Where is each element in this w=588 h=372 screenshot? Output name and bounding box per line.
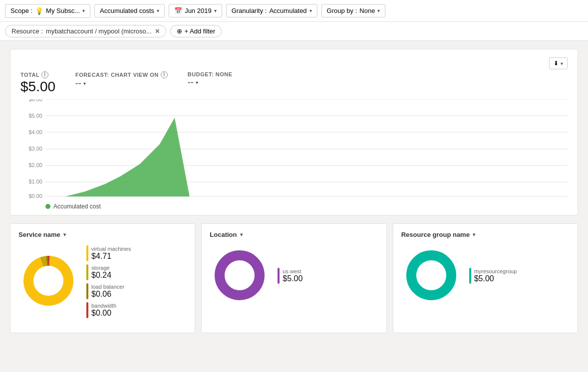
svg-text:$6.00: $6.00 <box>28 99 42 102</box>
granularity-value: Accumulated <box>269 7 306 14</box>
budget-stat: BUDGET: NONE -- ▾ <box>188 71 233 88</box>
legend-amount: $0.00 <box>91 309 116 318</box>
chevron-down-icon: ▾ <box>82 8 85 13</box>
download-icon: ⬇ <box>554 60 559 67</box>
groupby-value: None <box>359 7 375 14</box>
granularity-label: Granularity : <box>232 7 267 14</box>
chart-header: ⬇ ▾ <box>20 57 568 69</box>
service-name-donut <box>18 251 78 312</box>
total-label: TOTAL i <box>20 71 55 78</box>
resource-group-card: Resource group name ▾ myresourcegroup <box>393 223 578 333</box>
cards-row: Service name ▾ <box>10 223 578 333</box>
legend-amount: $4.71 <box>91 252 131 261</box>
chevron-down-icon: ▾ <box>63 232 66 237</box>
chart-legend: Accumulated cost <box>20 203 568 210</box>
resource-group-donut <box>401 245 461 307</box>
legend-name: storage <box>91 265 111 271</box>
resource-filter-tag[interactable]: Resource : mybatchaccount / mypool (micr… <box>5 25 166 37</box>
legend-amount: $5.00 <box>474 274 517 283</box>
resource-group-title: Resource group name <box>401 231 470 238</box>
info-icon[interactable]: i <box>161 71 168 78</box>
legend-item: storage $0.24 <box>86 264 131 280</box>
location-card: Location ▾ us west $5.00 <box>201 223 386 333</box>
legend-color-bar <box>86 264 88 280</box>
svg-text:$4.00: $4.00 <box>28 129 42 135</box>
granularity-button[interactable]: Granularity : Accumulated ▾ <box>226 4 317 17</box>
forecast-value: -- ▾ <box>75 78 168 89</box>
scope-value: My Subsc... <box>46 7 80 14</box>
calendar-icon: 📅 <box>174 7 182 14</box>
date-button[interactable]: 📅 Jun 2019 ▾ <box>169 4 222 17</box>
resource-group-header[interactable]: Resource group name ▾ <box>401 231 570 238</box>
chevron-down-icon: ▾ <box>214 8 217 13</box>
groupby-button[interactable]: Group by : None ▾ <box>321 4 386 17</box>
stats-row: TOTAL i $5.00 FORECAST: CHART VIEW ON i … <box>20 71 568 95</box>
location-legend: us west $5.00 <box>278 268 302 284</box>
toolbar: Scope : 💡 My Subsc... ▾ Accumulated cost… <box>0 0 588 22</box>
total-value: $5.00 <box>20 78 55 95</box>
close-icon[interactable]: ✕ <box>155 28 160 35</box>
resource-group-legend: myresourcegroup $5.00 <box>469 268 517 284</box>
legend-item: bandwidth $0.00 <box>86 302 131 318</box>
service-name-title: Service name <box>18 231 60 238</box>
info-icon[interactable]: i <box>41 71 48 78</box>
svg-point-31 <box>417 261 445 289</box>
legend-name: virtual machines <box>91 246 131 252</box>
add-filter-button[interactable]: ⊕ + Add filter <box>170 25 222 37</box>
download-button[interactable]: ⬇ ▾ <box>549 57 568 69</box>
chevron-down-icon: ▾ <box>196 80 198 85</box>
accumulated-costs-button[interactable]: Accumulated costs ▾ <box>94 4 165 17</box>
svg-text:$5.00: $5.00 <box>28 113 42 119</box>
scope-icon: 💡 <box>35 7 43 15</box>
svg-text:$2.00: $2.00 <box>28 162 42 168</box>
scope-button[interactable]: Scope : 💡 My Subsc... ▾ <box>5 4 90 18</box>
chevron-down-icon: ▾ <box>309 8 312 13</box>
svg-point-29 <box>226 261 254 289</box>
svg-point-27 <box>34 267 62 295</box>
budget-label: BUDGET: NONE <box>188 71 233 77</box>
forecast-stat: FORECAST: CHART VIEW ON i -- ▾ <box>75 71 168 89</box>
chart-area: $6.00 $5.00 $4.00 $3.00 $2.00 $1.00 $0.0… <box>20 99 568 199</box>
scope-label: Scope : <box>10 7 32 14</box>
chevron-down-icon: ▾ <box>83 81 86 86</box>
chevron-down-icon: ▾ <box>240 232 243 237</box>
legend-name: load balancer <box>91 284 124 290</box>
service-name-header[interactable]: Service name ▾ <box>18 231 187 238</box>
accumulated-label: Accumulated costs <box>100 7 154 14</box>
legend-label: Accumulated cost <box>53 203 101 210</box>
legend-name: us west <box>283 268 302 274</box>
service-name-legend: virtual machines $4.71 storage $0.24 <box>86 245 131 318</box>
svg-text:$3.00: $3.00 <box>28 146 42 152</box>
legend-color-bar <box>86 245 88 261</box>
chart-svg: $6.00 $5.00 $4.00 $3.00 $2.00 $1.00 $0.0… <box>20 99 568 199</box>
chevron-down-icon: ▾ <box>473 232 475 237</box>
chart-container: ⬇ ▾ TOTAL i $5.00 FORECAST: CHART VIEW O… <box>10 49 578 215</box>
location-body: us west $5.00 <box>210 245 378 307</box>
forecast-label: FORECAST: CHART VIEW ON i <box>75 71 168 78</box>
main-content: ⬇ ▾ TOTAL i $5.00 FORECAST: CHART VIEW O… <box>0 41 588 341</box>
filter-label: Resource : <box>11 27 43 35</box>
legend-name: myresourcegroup <box>474 268 517 274</box>
total-stat: TOTAL i $5.00 <box>20 71 55 95</box>
add-filter-icon: ⊕ <box>177 27 182 35</box>
legend-item: us west $5.00 <box>278 268 302 284</box>
legend-color-dot <box>45 204 50 209</box>
legend-amount: $0.06 <box>91 290 124 299</box>
filter-value: mybatchaccount / mypool (microso... <box>46 27 152 35</box>
svg-marker-22 <box>65 118 190 196</box>
service-name-body: virtual machines $4.71 storage $0.24 <box>18 245 187 318</box>
legend-color-bar <box>278 268 280 284</box>
svg-text:$1.00: $1.00 <box>28 179 42 185</box>
budget-value: -- ▾ <box>188 77 233 88</box>
groupby-label: Group by : <box>327 7 357 14</box>
add-filter-label: + Add filter <box>185 27 216 35</box>
resource-group-body: myresourcegroup $5.00 <box>401 245 570 307</box>
legend-color-bar <box>86 283 88 299</box>
legend-item: virtual machines $4.71 <box>86 245 131 261</box>
location-header[interactable]: Location ▾ <box>210 231 378 238</box>
legend-name: bandwidth <box>91 303 116 309</box>
chevron-down-icon: ▾ <box>561 61 563 66</box>
service-name-card: Service name ▾ <box>10 223 195 333</box>
chevron-down-icon: ▾ <box>377 8 380 13</box>
location-title: Location <box>210 231 237 238</box>
